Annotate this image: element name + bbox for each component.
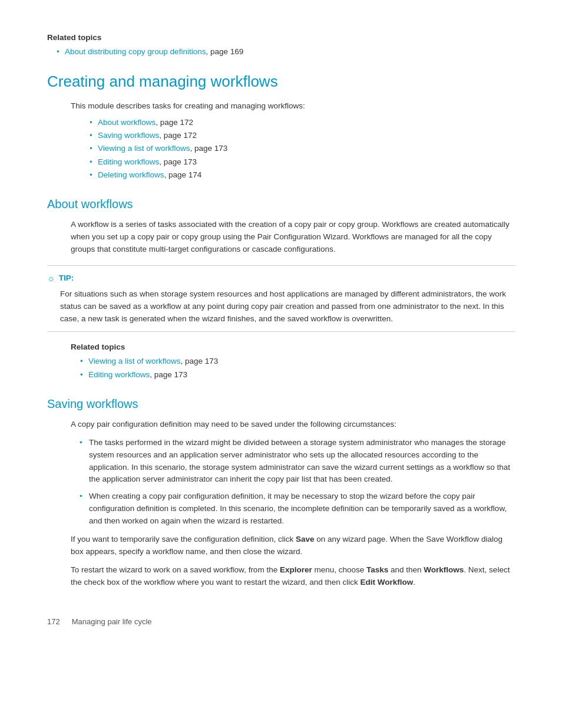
top-related-topics-label: Related topics xyxy=(47,32,515,44)
top-related-topic-item-1: About distributing copy group definition… xyxy=(57,46,515,58)
about-related-topic-link-2[interactable]: Editing workflows xyxy=(88,370,150,379)
top-related-topic-ref-1: , page 169 xyxy=(206,47,243,56)
toc-list: About workflows, page 172 Saving workflo… xyxy=(80,117,515,181)
saving-bullet-item-1: The tasks performed in the wizard might … xyxy=(80,437,515,486)
tip-box: ☼ TIP: For situations such as when stora… xyxy=(47,265,515,332)
about-related-topic-item-1: Viewing a list of workflows, page 173 xyxy=(80,355,515,367)
about-related-topics-block: Related topics Viewing a list of workflo… xyxy=(71,341,515,381)
saving-para2: To restart the wizard to work on a saved… xyxy=(71,564,515,589)
toc-item-2: Saving workflows, page 172 xyxy=(90,130,515,141)
tip-header: ☼ TIP: xyxy=(47,272,515,285)
footer: 172 Managing pair life cycle xyxy=(47,612,515,628)
toc-link-4[interactable]: Editing workflows xyxy=(98,157,159,166)
saving-bullets-list: The tasks performed in the wizard might … xyxy=(80,437,515,528)
saving-para2-mid2: and then xyxy=(388,565,424,574)
saving-para1-bold: Save xyxy=(296,535,315,543)
toc-item-4: Editing workflows, page 173 xyxy=(90,156,515,168)
top-related-topic-link-1[interactable]: About distributing copy group definition… xyxy=(65,47,206,56)
saving-para2-bold4: Edit Workflow xyxy=(361,578,414,587)
about-section-title: About workflows xyxy=(47,195,515,213)
tip-label: TIP: xyxy=(59,272,74,284)
top-related-topics-block: Related topics About distributing copy g… xyxy=(47,32,515,58)
saving-para2-prefix: To restart the wizard to work on a saved… xyxy=(71,565,280,574)
saving-para2-bold2: Tasks xyxy=(366,565,388,574)
about-related-topic-link-1[interactable]: Viewing a list of workflows xyxy=(88,357,181,365)
toc-link-5[interactable]: Deleting workflows xyxy=(98,170,164,179)
main-section-title: Creating and managing workflows xyxy=(47,70,515,93)
saving-para1-prefix: If you want to temporarily save the conf… xyxy=(71,535,296,543)
saving-para2-mid1: menu, choose xyxy=(312,565,366,574)
toc-link-3[interactable]: Viewing a list of workflows xyxy=(98,144,190,153)
toc-item-1: About workflows, page 172 xyxy=(90,117,515,129)
saving-bullet-item-2: When creating a copy pair configuration … xyxy=(80,490,515,528)
saving-para2-bold1: Explorer xyxy=(280,565,312,574)
toc-link-1[interactable]: About workflows xyxy=(98,118,156,127)
tip-icon: ☼ xyxy=(47,272,55,285)
about-related-topic-item-2: Editing workflows, page 173 xyxy=(80,369,515,381)
toc-item-5: Deleting workflows, page 174 xyxy=(90,169,515,181)
top-related-topics-list: About distributing copy group definition… xyxy=(47,46,515,58)
main-intro-text: This module describes tasks for creating… xyxy=(71,100,515,112)
saving-para2-end: . xyxy=(413,578,415,587)
footer-page-number: 172 xyxy=(47,616,60,628)
about-related-topics-label: Related topics xyxy=(71,341,515,353)
toc-link-2[interactable]: Saving workflows xyxy=(98,131,159,140)
saving-para1: If you want to temporarily save the conf… xyxy=(71,533,515,558)
saving-para2-bold3: Workflows xyxy=(424,565,464,574)
saving-intro-text: A copy pair configuration definition may… xyxy=(71,419,515,431)
footer-text: Managing pair life cycle xyxy=(72,616,152,628)
about-body-text: A workflow is a series of tasks associat… xyxy=(71,219,515,256)
toc-item-3: Viewing a list of workflows, page 173 xyxy=(90,143,515,154)
saving-section-title: Saving workflows xyxy=(47,395,515,413)
about-related-topics-list: Viewing a list of workflows, page 173 Ed… xyxy=(71,355,515,381)
tip-body-text: For situations such as when storage syst… xyxy=(60,288,515,325)
